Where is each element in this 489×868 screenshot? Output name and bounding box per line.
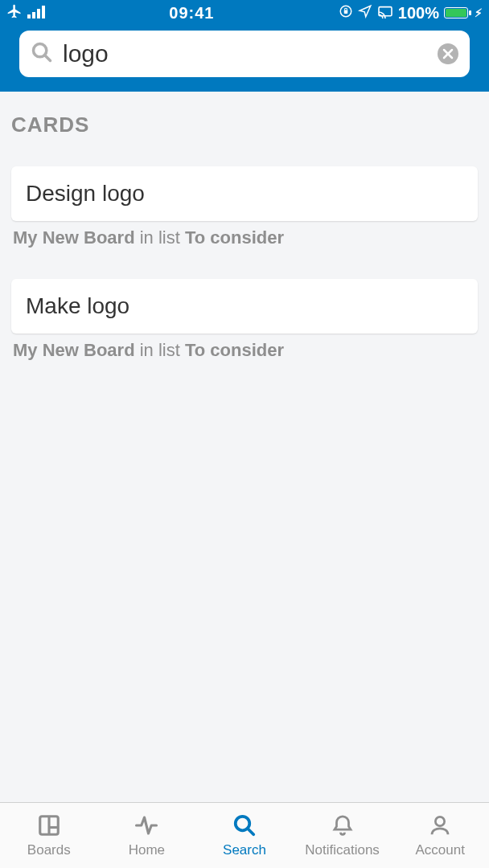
- close-icon: [442, 48, 454, 59]
- card-meta: My New Board in list To consider: [11, 334, 478, 377]
- charging-icon: ⚡︎: [475, 6, 483, 19]
- search-icon: [31, 41, 53, 67]
- svg-rect-0: [27, 14, 31, 18]
- boards-icon: [37, 813, 61, 837]
- tab-label: Home: [129, 842, 165, 858]
- status-time: 09:41: [45, 4, 339, 23]
- battery-pct: 100%: [398, 4, 439, 23]
- bell-icon: [331, 813, 355, 837]
- signal-icon: [27, 4, 45, 23]
- tab-bar: Boards Home Search Notifications Account: [0, 802, 489, 868]
- card-item[interactable]: Make logo: [11, 279, 478, 334]
- card-item[interactable]: Design logo: [11, 166, 478, 221]
- cast-icon: [377, 4, 393, 23]
- tab-label: Search: [223, 842, 266, 858]
- tab-notifications[interactable]: Notifications: [294, 803, 392, 868]
- section-heading-cards: CARDS: [0, 92, 489, 152]
- card-meta: My New Board in list To consider: [11, 221, 478, 264]
- search-box[interactable]: [19, 31, 470, 77]
- status-bar: 09:41 100% ⚡︎: [0, 0, 489, 26]
- pulse-icon: [134, 813, 158, 837]
- location-icon: [358, 4, 372, 23]
- lock-rotation-icon: [339, 4, 353, 23]
- search-input[interactable]: [63, 40, 428, 68]
- search-icon: [232, 813, 257, 837]
- card-board[interactable]: My New Board: [13, 227, 135, 248]
- svg-line-15: [248, 828, 254, 834]
- svg-rect-1: [32, 12, 35, 18]
- tab-home[interactable]: Home: [98, 803, 196, 868]
- header: [0, 26, 489, 92]
- svg-rect-2: [37, 9, 40, 18]
- airplane-icon: [6, 3, 23, 23]
- battery-icon: [444, 7, 468, 18]
- card-result: Make logo My New Board in list To consid…: [11, 279, 478, 377]
- tab-label: Notifications: [305, 842, 380, 858]
- tab-search[interactable]: Search: [195, 803, 294, 868]
- tab-account[interactable]: Account: [391, 803, 489, 868]
- card-list[interactable]: To consider: [185, 227, 284, 248]
- card-meta-in-list: in list: [140, 340, 180, 360]
- tab-boards[interactable]: Boards: [0, 803, 98, 868]
- card-meta-in-list: in list: [140, 227, 180, 248]
- card-list[interactable]: To consider: [185, 340, 284, 360]
- search-results: CARDS Design logo My New Board in list T…: [0, 92, 489, 802]
- tab-label: Account: [415, 842, 464, 858]
- tab-label: Boards: [27, 842, 71, 858]
- card-board[interactable]: My New Board: [13, 340, 135, 360]
- svg-rect-5: [344, 10, 348, 14]
- clear-search-button[interactable]: [438, 43, 458, 64]
- svg-line-8: [45, 55, 51, 61]
- card-result: Design logo My New Board in list To cons…: [11, 166, 478, 264]
- person-icon: [428, 813, 452, 837]
- svg-point-16: [436, 817, 445, 825]
